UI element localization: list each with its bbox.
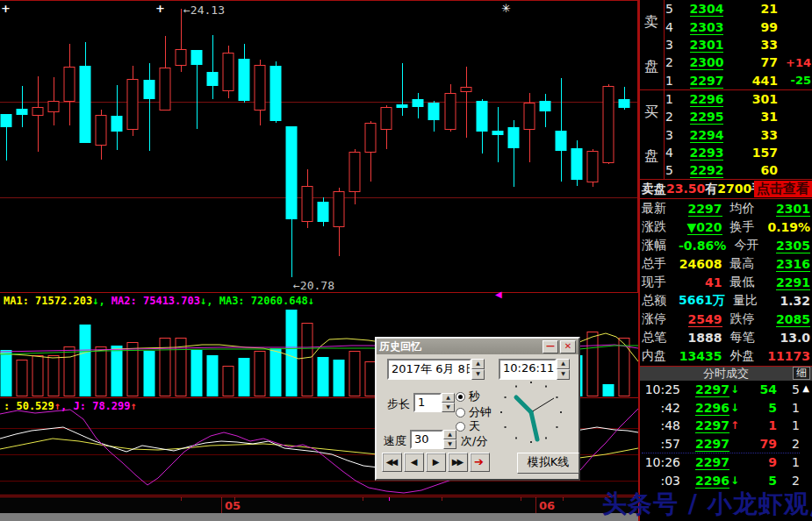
step-input[interactable]: 1 (413, 393, 442, 412)
radio-dot (456, 408, 465, 418)
detail-button[interactable]: 细 (793, 367, 810, 380)
stat-row: 涨跌▼020换手0.19% (642, 218, 810, 237)
tick-row: 10:26229791 (642, 453, 800, 472)
radio-dot (456, 392, 465, 402)
ask-row[interactable]: 5230421 (664, 0, 812, 18)
speed-spinner[interactable]: ▲ ▼ (443, 430, 456, 449)
bid-side-label: 买盘 (640, 90, 663, 179)
sell-alert-row: 卖盘23.50有2700手 点击查看 (642, 180, 812, 198)
spin-up-icon[interactable]: ▲ (471, 359, 485, 369)
low-price-label: ←20.78 (293, 279, 334, 292)
spin-up-icon[interactable]: ▲ (557, 359, 570, 369)
radio-seconds[interactable]: 秒 (456, 389, 480, 404)
x-axis: 0506 (0, 496, 638, 514)
speed-input[interactable]: 30 (410, 430, 443, 449)
bid-row[interactable]: 42293157 (664, 144, 812, 161)
close-button[interactable]: ✕ (560, 340, 576, 353)
trading-app-window: MA1: 71572.203↓, MA2: 75413.703↓, MA3: 7… (0, 0, 812, 521)
stat-row: 内盘13435外盘11173 (642, 346, 810, 365)
spin-down-icon[interactable]: ▼ (443, 439, 456, 449)
spin-down-icon[interactable]: ▼ (471, 369, 485, 380)
ask-side-label: 卖盘 (640, 0, 663, 89)
sell-alert-text: 卖盘23.50有2700手 (642, 182, 764, 197)
watermark-text: 头条号 / 小龙虾观点 (602, 488, 812, 521)
divider (640, 179, 812, 180)
tick-list-header: 分时成交 细 (640, 367, 812, 381)
play-button[interactable]: ▶ (426, 453, 446, 472)
minimize-button[interactable]: — (543, 340, 558, 353)
stat-row: 总额5661万量比1.32 (642, 291, 810, 310)
speed-label: 速度 (384, 433, 406, 449)
bid-row[interactable]: 2229531 (664, 108, 812, 125)
speed-unit-label: 次/分 (461, 433, 487, 449)
x-axis-label: 05 (225, 499, 241, 512)
x-axis-label: 06 (539, 499, 555, 512)
history-replay-dialog: 历史回忆 — ✕ 2017年 6月 8日 ▲ ▼ 10:26:11 ▲ ▼ 步长… (375, 337, 580, 481)
bid-ladder: 1229630122295313229433422931575229260 (664, 90, 812, 179)
stat-row: 现手41最低2291 (642, 274, 810, 292)
bid-row[interactable]: 12296301 (664, 90, 812, 108)
date-input[interactable]: 2017年 6月 8日 (387, 359, 471, 380)
fast-forward-button[interactable]: ▶▶ (448, 453, 468, 472)
volume-ma-readout: MA1: 71572.203↓, MA2: 75413.703↓, MA3: 7… (4, 295, 314, 307)
ask-row[interactable]: 2230077+14 (664, 54, 812, 71)
ask-row[interactable]: 4230399 (664, 18, 812, 35)
simulate-kline-button[interactable]: 模拟K线 (517, 453, 579, 474)
spin-down-icon[interactable]: ▼ (442, 403, 455, 412)
tick-row: :572297792 (642, 435, 800, 453)
step-spinner[interactable]: ▲ ▼ (442, 393, 455, 412)
ladder-divider (640, 89, 812, 90)
tick-row: :482297↑11 (642, 417, 800, 435)
divider (640, 198, 812, 199)
quote-stats: 最新2297均价2301涨跌▼020换手0.19%涨幅-0.86%今开2305总… (642, 200, 810, 365)
bid-row[interactable]: 3229433 (664, 125, 812, 143)
scroll-up-arrow[interactable]: ▲ (802, 383, 809, 393)
ask-row[interactable]: 12297441-25 (664, 72, 812, 89)
high-price-label: ←24.13 (183, 4, 225, 17)
stat-row: 涨幅-0.86%今开2305 (642, 237, 810, 255)
axis-marker-triangle: ◀ (495, 289, 502, 299)
rewind-button[interactable]: ◀◀ (382, 453, 402, 472)
divider (640, 366, 812, 367)
spin-up-icon[interactable]: ▲ (443, 430, 456, 439)
click-to-view-button[interactable]: 点击查看 (754, 181, 812, 197)
candlestick-chart (0, 0, 638, 293)
dialog-titlebar[interactable]: 历史回忆 — ✕ (377, 339, 578, 354)
dialog-title: 历史回忆 (379, 339, 421, 354)
step-label: 步长 (387, 396, 410, 412)
stat-row: 总手24608最高2316 (642, 255, 810, 274)
chart-marker: + (155, 2, 165, 15)
bid-row[interactable]: 5229260 (664, 161, 812, 179)
spin-up-icon[interactable]: ▲ (442, 393, 455, 403)
chart-marker: + (1, 2, 11, 15)
tick-list: 10:252297↓545:422296↓51:482297↑11:572297… (642, 381, 800, 489)
ask-row[interactable]: 3230133 (664, 36, 812, 54)
kdj-readout: : 50.529↑, J: 78.299↑ (4, 400, 137, 412)
status-bar (0, 513, 638, 521)
radio-days[interactable]: 天 (456, 418, 480, 434)
step-back-button[interactable]: ◀ (404, 453, 424, 472)
jump-button[interactable]: ➔ (470, 453, 490, 472)
stat-row: 涨停2549跌停2085 (642, 310, 810, 328)
tick-list-title: 分时成交 (703, 367, 749, 380)
stat-row: 最新2297均价2301 (642, 200, 810, 218)
ask-ladder: 5230421423039932301332230077+1412297441-… (664, 0, 812, 89)
stat-row: 总笔1888每笔13.0 (642, 328, 810, 346)
tick-row: 10:252297↓545 (642, 381, 800, 399)
tick-row: :422296↓51 (642, 399, 800, 418)
chart-marker: ✳ (501, 2, 511, 15)
radio-dot (456, 422, 465, 432)
quote-panel: 卖盘 5230421423039932301332230077+14122974… (638, 0, 812, 521)
analog-clock (491, 377, 571, 451)
tick-row: :032296↓52 (642, 472, 800, 490)
date-spinner[interactable]: ▲ ▼ (471, 359, 485, 380)
